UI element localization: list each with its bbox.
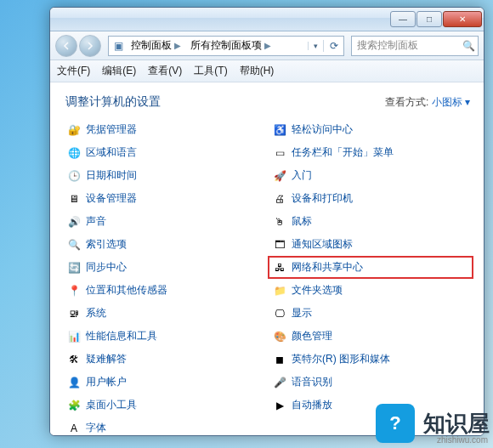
view-by: 查看方式: 小图标 ▾ [385, 95, 470, 110]
search-box[interactable]: 搜索控制面板 🔍 [351, 36, 479, 56]
item-label: 区域和语言 [86, 145, 137, 160]
item-label: 自动播放 [292, 398, 332, 412]
breadcrumb-root[interactable]: 控制面板▶ [128, 38, 187, 53]
content-area: 调整计算机的设置 查看方式: 小图标 ▾ 🔐凭据管理器♿轻松访问中心🌐区域和语言… [50, 82, 484, 435]
item-icon: A [67, 422, 81, 435]
item-icon: 🖥 [67, 192, 81, 206]
control-panel-item[interactable]: 🕒日期和时间 [65, 167, 264, 184]
control-panel-window: — □ ✕ ▣ 控制面板▶ 所有控制面板项▶ ▾ ⟳ 搜索控制面板 🔍 文件(F… [49, 7, 484, 436]
item-icon: ▶ [273, 399, 286, 412]
control-panel-item[interactable]: ◼英特尔(R) 图形和媒体 [271, 351, 470, 367]
control-panel-item[interactable]: 📁文件夹选项 [271, 282, 470, 298]
item-icon: 🖵 [273, 307, 286, 320]
item-label: 字体 [86, 421, 106, 435]
titlebar: — □ ✕ [50, 8, 484, 31]
item-label: 鼠标 [292, 214, 312, 229]
item-label: 同步中心 [86, 260, 127, 275]
control-panel-item[interactable]: 📊性能信息和工具 [65, 328, 264, 344]
item-icon: 🔄 [67, 261, 81, 275]
search-icon: 🔍 [459, 40, 478, 52]
close-button[interactable]: ✕ [443, 11, 482, 27]
item-icon: 📍 [67, 284, 81, 298]
arrow-left-icon [62, 42, 71, 50]
navbar: ▣ 控制面板▶ 所有控制面板项▶ ▾ ⟳ 搜索控制面板 🔍 [50, 31, 484, 60]
control-panel-item[interactable]: 🖧网络和共享中心 [271, 259, 470, 275]
item-icon: 📊 [67, 330, 81, 343]
control-panel-item[interactable]: 🚀入门 [271, 167, 470, 184]
menu-help[interactable]: 帮助(H) [240, 64, 275, 78]
control-panel-item[interactable]: 🧩桌面小工具 [65, 397, 264, 413]
item-icon: 🎨 [273, 330, 286, 343]
item-label: 任务栏和「开始」菜单 [292, 145, 394, 160]
item-icon: 🔍 [67, 238, 81, 252]
item-label: 声音 [86, 214, 106, 229]
item-label: 位置和其他传感器 [86, 283, 167, 298]
control-panel-item[interactable]: 🖱鼠标 [271, 213, 470, 230]
item-label: 设备和打印机 [292, 191, 353, 206]
breadcrumb-leaf[interactable]: 所有控制面板项▶ [187, 38, 277, 53]
menu-edit[interactable]: 编辑(E) [102, 64, 136, 78]
item-label: 网络和共享中心 [292, 260, 363, 275]
control-panel-item[interactable]: 🎤语音识别 [271, 374, 470, 390]
item-icon: ▭ [273, 146, 286, 160]
control-panel-item[interactable]: 🔍索引选项 [65, 236, 264, 252]
item-label: 疑难解答 [86, 352, 127, 366]
control-panel-item[interactable]: 🔄同步中心 [65, 259, 264, 275]
item-label: 文件夹选项 [292, 283, 343, 298]
control-panel-item[interactable]: ▶自动播放 [271, 397, 470, 413]
item-label: 入门 [292, 168, 312, 183]
control-panel-item[interactable]: 🔐凭据管理器 [65, 122, 264, 138]
control-panel-item[interactable]: 🌐区域和语言 [65, 145, 264, 161]
control-panel-item[interactable]: 🗔通知区域图标 [271, 236, 470, 252]
item-label: 索引选项 [86, 237, 127, 252]
control-panel-item[interactable]: 📍位置和其他传感器 [65, 282, 264, 298]
menu-tools[interactable]: 工具(T) [194, 64, 227, 78]
item-icon: 🌐 [67, 146, 81, 160]
item-icon: 🕒 [67, 169, 81, 183]
forward-button[interactable] [79, 35, 101, 57]
item-icon: 🗔 [273, 238, 286, 252]
control-panel-item[interactable]: ▭任务栏和「开始」菜单 [271, 145, 470, 161]
item-label: 显示 [292, 306, 312, 320]
menu-file[interactable]: 文件(F) [57, 64, 90, 78]
item-label: 系统 [86, 306, 106, 320]
items-grid: 🔐凭据管理器♿轻松访问中心🌐区域和语言▭任务栏和「开始」菜单🕒日期和时间🚀入门🖥… [65, 122, 470, 435]
menu-view[interactable]: 查看(V) [148, 64, 182, 78]
control-panel-item[interactable]: 👤用户帐户 [65, 374, 264, 390]
item-label: 通知区域图标 [292, 237, 353, 252]
search-placeholder: 搜索控制面板 [352, 38, 459, 53]
control-panel-item[interactable]: 🖥设备管理器 [65, 190, 264, 207]
control-panel-item[interactable]: 🔊声音 [65, 213, 264, 230]
control-panel-item[interactable]: 🖳系统 [65, 305, 264, 321]
item-icon: 🧩 [67, 399, 81, 412]
item-icon: 📁 [273, 284, 286, 298]
item-icon: 🔊 [67, 215, 81, 229]
control-panel-item[interactable]: ♿轻松访问中心 [271, 122, 470, 138]
view-by-select[interactable]: 小图标 ▾ [432, 96, 470, 108]
item-label: 设备管理器 [86, 191, 137, 206]
control-panel-item[interactable]: 🛠疑难解答 [65, 351, 264, 367]
item-icon: 🖨 [273, 192, 286, 206]
item-icon: ♿ [273, 123, 286, 137]
refresh-button[interactable]: ⟳ [323, 40, 343, 52]
chevron-right-icon: ▶ [172, 41, 184, 50]
item-icon: 🎤 [273, 376, 286, 389]
item-icon: 🖧 [273, 261, 286, 275]
control-panel-item[interactable]: A字体 [65, 420, 264, 435]
item-icon: 🔐 [67, 123, 81, 137]
minimize-button[interactable]: — [390, 11, 416, 27]
page-title: 调整计算机的设置 [65, 94, 161, 110]
item-label: 英特尔(R) 图形和媒体 [292, 352, 390, 366]
control-panel-item[interactable]: 🖨设备和打印机 [271, 190, 470, 207]
control-panel-item[interactable]: 🖵显示 [271, 305, 470, 321]
arrow-right-icon [86, 42, 94, 50]
address-bar[interactable]: ▣ 控制面板▶ 所有控制面板项▶ ▾ ⟳ [108, 36, 344, 56]
back-button[interactable] [55, 35, 77, 57]
address-dropdown[interactable]: ▾ [308, 42, 323, 50]
control-panel-item[interactable]: 🎨颜色管理 [271, 328, 470, 344]
watermark-url: zhishiwu.com [437, 435, 488, 445]
item-label: 日期和时间 [86, 168, 137, 183]
item-label: 用户帐户 [86, 375, 127, 389]
maximize-button[interactable]: □ [416, 11, 442, 27]
item-icon: 🖱 [273, 215, 286, 229]
